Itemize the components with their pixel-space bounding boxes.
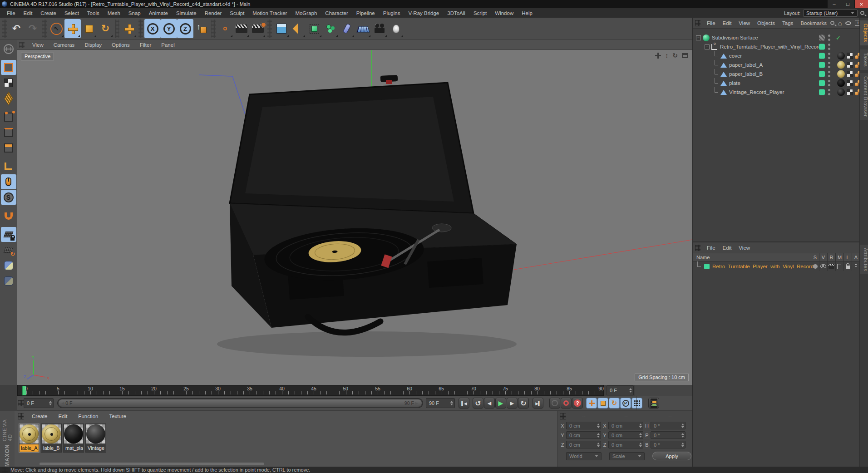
visibility-dots[interactable] bbox=[828, 80, 830, 86]
mat-menu-function[interactable]: Function bbox=[73, 414, 104, 419]
render-picture-viewer-button[interactable] bbox=[233, 19, 250, 38]
render-view-button[interactable] bbox=[217, 19, 233, 38]
tab-objects[interactable]: Objects bbox=[860, 20, 868, 45]
live-selection-button[interactable] bbox=[48, 19, 64, 38]
panel-grip[interactable] bbox=[18, 400, 24, 406]
key-position-toggle[interactable] bbox=[586, 398, 597, 409]
manager-toggle[interactable] bbox=[835, 261, 843, 271]
menu-script[interactable]: Script bbox=[469, 10, 491, 16]
play-backwards-button[interactable] bbox=[473, 398, 483, 409]
edges-mode-button[interactable] bbox=[1, 125, 16, 140]
menu-motion-tracker[interactable]: Motion Tracker bbox=[248, 10, 291, 16]
layer-color-swatch[interactable] bbox=[704, 264, 710, 269]
spinner-arrows[interactable] bbox=[47, 401, 52, 405]
menu-window[interactable]: Window bbox=[491, 10, 518, 16]
size-z-field[interactable]: 0 cm bbox=[608, 441, 643, 448]
model-mode-button[interactable] bbox=[1, 60, 16, 75]
menu-create[interactable]: Create bbox=[36, 10, 60, 16]
visibility-dots[interactable] bbox=[828, 71, 830, 77]
snap-button[interactable]: S bbox=[1, 190, 16, 205]
ruler-frame-field[interactable]: 0 F bbox=[607, 385, 634, 395]
layer-name[interactable]: Retro_Turntable_Player_with_Vinyl_Record bbox=[712, 264, 814, 269]
vp-menu-filter[interactable]: Filter bbox=[135, 42, 157, 48]
transform-mode-dropdown[interactable]: Scale bbox=[609, 452, 645, 460]
tab-attributes[interactable]: Attributes bbox=[860, 245, 868, 274]
deformer-button[interactable] bbox=[339, 19, 355, 38]
add-primitive-button[interactable] bbox=[273, 19, 290, 38]
layout-dropdown[interactable]: Startup (User) bbox=[803, 10, 858, 17]
size-y-field[interactable]: 0 cm bbox=[608, 431, 643, 439]
tab-takes[interactable]: Takes bbox=[860, 49, 868, 70]
tree-row-vintage-record-player[interactable]: Vintage_Record_Player bbox=[693, 88, 860, 97]
layer-toggle[interactable] bbox=[819, 44, 825, 50]
menu-select[interactable]: Select bbox=[60, 10, 83, 16]
light-button[interactable] bbox=[388, 19, 404, 38]
om-menu-tags[interactable]: Tags bbox=[779, 20, 797, 26]
om-menu-bookmarks[interactable]: Bookmarks bbox=[797, 20, 830, 26]
object-name[interactable]: cover bbox=[729, 53, 742, 59]
rot-p-field[interactable]: 0 ° bbox=[651, 431, 686, 439]
layer-toggle[interactable] bbox=[819, 53, 825, 59]
tree-row-subdivision-surface[interactable]: Subdivision Surface bbox=[693, 33, 860, 42]
horizontal-scrollbar[interactable] bbox=[39, 463, 264, 465]
modeling-generators-button[interactable] bbox=[322, 19, 339, 38]
python-script-button[interactable] bbox=[1, 258, 16, 273]
coordinate-system-button[interactable] bbox=[193, 19, 210, 38]
menu-mograph[interactable]: MoGraph bbox=[291, 10, 321, 16]
solo-toggle[interactable] bbox=[811, 261, 819, 271]
play-loop-button[interactable] bbox=[518, 398, 529, 409]
lock-x-axis-button[interactable]: X bbox=[144, 19, 161, 38]
layer-toggle[interactable] bbox=[819, 35, 825, 41]
goto-start-button[interactable] bbox=[459, 398, 469, 409]
object-name[interactable]: Retro_Turntable_Player_with_Vinyl_Record bbox=[720, 44, 821, 49]
mat-menu-edit[interactable]: Edit bbox=[53, 414, 73, 419]
menu-file[interactable]: File bbox=[3, 10, 20, 16]
om-menu-view[interactable]: View bbox=[735, 20, 754, 26]
move-tool-button[interactable] bbox=[64, 19, 81, 38]
points-mode-button[interactable] bbox=[1, 109, 16, 124]
rotate-tool-button[interactable] bbox=[97, 19, 113, 38]
camera-label[interactable]: Perspective bbox=[21, 53, 54, 60]
play-button[interactable] bbox=[495, 398, 506, 409]
viewport-scene[interactable]: Perspective Grid Spacing : 10 cm Y X Z bbox=[17, 50, 692, 385]
material-lable-b[interactable]: lable_B bbox=[41, 424, 62, 453]
pos-z-field[interactable]: 0 cm bbox=[566, 441, 601, 448]
size-x-field[interactable]: 0 cm bbox=[608, 422, 643, 429]
vp-menu-options[interactable]: Options bbox=[107, 42, 135, 48]
menu-character[interactable]: Character bbox=[321, 10, 352, 16]
object-name[interactable]: plate bbox=[729, 80, 740, 86]
mat-menu-texture[interactable]: Texture bbox=[104, 414, 132, 419]
range-bar[interactable] bbox=[59, 399, 422, 407]
texture-mode-button[interactable] bbox=[1, 75, 16, 90]
panel-grip[interactable] bbox=[560, 413, 566, 419]
align-workplane-button[interactable] bbox=[1, 242, 16, 257]
spinner-arrows[interactable] bbox=[627, 388, 632, 393]
close-button[interactable] bbox=[855, 0, 868, 8]
material-tag[interactable] bbox=[837, 70, 845, 78]
panel-grip[interactable] bbox=[695, 20, 700, 26]
lock-y-axis-button[interactable]: Y bbox=[161, 19, 177, 38]
menu-sculpt[interactable]: Sculpt bbox=[226, 10, 248, 16]
material-tag[interactable] bbox=[837, 89, 845, 96]
add-spline-button[interactable] bbox=[290, 19, 306, 38]
menu-help[interactable]: Help bbox=[518, 10, 537, 16]
mat-menu-create[interactable]: Create bbox=[26, 414, 53, 419]
menu-tools[interactable]: Tools bbox=[83, 10, 104, 16]
home-icon[interactable] bbox=[838, 20, 842, 27]
menu-vray-bridge[interactable]: V-Ray Bridge bbox=[404, 10, 443, 16]
pos-x-field[interactable]: 0 cm bbox=[566, 422, 601, 429]
menu-pipeline[interactable]: Pipeline bbox=[352, 10, 379, 16]
menu-snap[interactable]: Snap bbox=[124, 10, 145, 16]
goto-end-button[interactable] bbox=[533, 398, 543, 409]
lock-workplane-button[interactable] bbox=[1, 227, 16, 242]
scale-tool-button[interactable] bbox=[81, 19, 97, 38]
last-used-tool-button[interactable] bbox=[121, 19, 137, 38]
eye-icon[interactable] bbox=[845, 21, 851, 25]
vp-menu-view[interactable]: View bbox=[27, 42, 49, 48]
toggle-view-icon[interactable] bbox=[682, 53, 688, 58]
visibility-dots[interactable] bbox=[828, 89, 830, 95]
workplane-mode-button[interactable] bbox=[1, 91, 16, 106]
visibility-dots[interactable] bbox=[828, 62, 830, 68]
panel-grip[interactable] bbox=[695, 245, 700, 251]
vp-menu-panel[interactable]: Panel bbox=[156, 42, 179, 48]
